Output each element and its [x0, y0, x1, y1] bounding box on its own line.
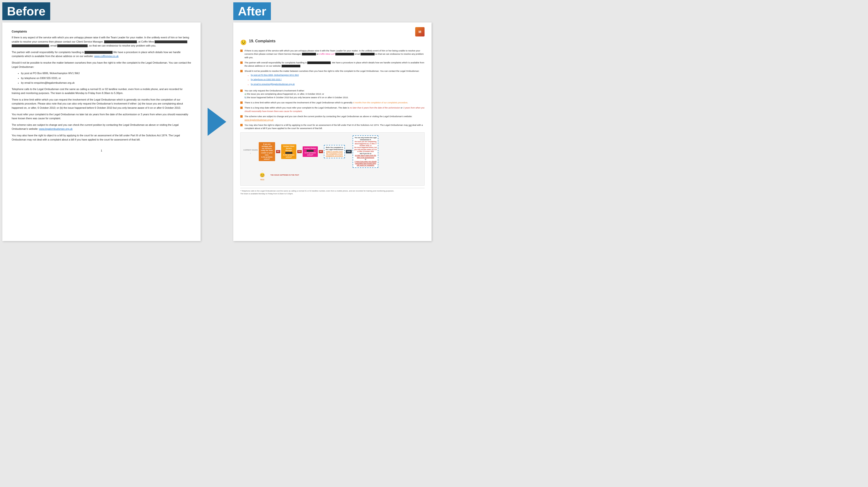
redacted-partner — [85, 51, 113, 54]
after-section-row: 😟 19. Complaints — [240, 38, 425, 46]
after-header: After — [233, 2, 432, 20]
time-limit-text: 6 months from the completion of our comp… — [353, 102, 407, 104]
sub-bullet-post: → by post at PO Box 6806, Wolverhampton … — [247, 74, 425, 78]
post-link: by post at PO Box 6806, Wolverhampton WV… — [251, 74, 299, 77]
footnote: * Telephone calls to the Legal Ombudsman… — [240, 188, 425, 195]
after-bullet-2: The partner with overall responsibility … — [240, 61, 425, 68]
before-header: Before — [2, 2, 200, 20]
after-panel: After M 😟 19. Complaints If there is any… — [231, 0, 434, 244]
after-bullet-text-8: You may also have the right to object to… — [245, 123, 425, 130]
after-bullet-text-4: You can only request the Ombudsman's inv… — [245, 89, 425, 99]
coffin-mew: Coffin Mew LLP — [319, 53, 335, 55]
email-link: by email to enquiries@legalombudsman.org… — [251, 83, 295, 86]
longstop-text: no later than 6 years from the date of t… — [350, 107, 400, 109]
before-para-8: You may also have the right to object to… — [12, 134, 191, 142]
after-bullet-8: You may also have the right to object to… — [240, 123, 425, 130]
past-label: THE ISSUE HAPPENED IN THE PAST — [271, 174, 299, 176]
after-document: M 😟 19. Complaints If there is any aspec… — [233, 23, 432, 241]
redacted-fc1 — [285, 152, 292, 154]
redacted-coffin-addr — [335, 53, 354, 55]
current-issues-label: CURRENT ISSUES — [243, 149, 258, 151]
after-title: After — [233, 2, 271, 20]
after-bullet-3: Should it not be possible to resolve the… — [240, 69, 425, 87]
after-bullet-4: You can only request the Ombudsman's inv… — [240, 89, 425, 99]
flow-box-1: If you are unhappy with our services, no… — [259, 142, 275, 161]
sad-face-icon: 😟 — [240, 38, 247, 46]
after-bullet-1: If there is any aspect of the service wi… — [240, 49, 425, 59]
within-6-months: within 6 months from the completion of o… — [326, 151, 343, 156]
before-para-6: You must refer your complaint to the Leg… — [12, 112, 191, 121]
before-para-4: Telephone calls to the Legal Ombudsman c… — [12, 87, 191, 95]
before-para-2: The partner with overall responsibility … — [12, 50, 191, 58]
current-issues-col: CURRENT ISSUES ↓ — [243, 149, 258, 154]
orange-bullet-6 — [240, 107, 243, 109]
after-bullet-text-6: There is a long-stop date within which y… — [245, 106, 425, 113]
flow-no-2: NO — [297, 150, 302, 153]
redacted-mgr — [302, 53, 316, 55]
arrow-divider — [203, 0, 231, 244]
before-para-7: The scheme rules are subject to change a… — [12, 123, 191, 131]
after-bullet-text-2: The partner with overall responsibility … — [245, 61, 425, 68]
bullet-email: by email to enquiries@legalombudsman.org… — [21, 81, 191, 85]
after-bullet-text-3: Should it not be possible to resolve the… — [245, 69, 425, 87]
before-document: Complaints If there is any aspect of the… — [2, 23, 200, 241]
redacted-addr-2 — [12, 45, 49, 47]
yes-col: ↓ 😊 YES! — [260, 169, 265, 181]
redacted-coffin-email — [361, 53, 375, 55]
arrow-bullet-phone: → — [247, 78, 249, 82]
flow-no-1: NO — [276, 150, 280, 153]
sub-bullet-email: → by email to enquiries@legalombudsman.o… — [247, 83, 425, 87]
yes-arrow: ↓ — [262, 169, 263, 172]
phone-link: by telephone on 0300 555 0333 * — [251, 78, 282, 81]
orange-bullet-5 — [240, 102, 243, 104]
after-bullet-text-5: There is a time limit within which you c… — [245, 101, 425, 105]
orange-bullet-8 — [240, 124, 243, 126]
flowchart: CURRENT ISSUES ↓ If you are unhappy with… — [240, 132, 425, 185]
flow-row-2: ↓ 😊 YES! THE ISSUE HAPPENED IN THE PAST — [260, 169, 422, 181]
orange-bullet-4 — [240, 90, 243, 92]
after-bullet-text-7: The scheme rules are subject to change a… — [245, 115, 425, 121]
before-para-1: If there is any aspect of the service wi… — [12, 35, 191, 48]
flow-no-3: NO — [319, 150, 323, 153]
redacted-fc2 — [307, 150, 314, 152]
orange-bullet-2 — [240, 61, 243, 64]
bullet-telephone: by telephone on 0300 555 0333, or — [21, 76, 191, 80]
redacted-addr-1 — [155, 40, 187, 43]
lgo-link-after[interactable]: www.legalombudsman.org.uk — [245, 118, 274, 121]
after-bullet-7: The scheme rules are subject to change a… — [240, 115, 425, 121]
flow-box-5: You can only involve the Legal Ombudsman… — [352, 135, 378, 168]
not-text: not — [408, 124, 411, 126]
current-issues-sublabel: ↓ — [250, 152, 251, 154]
arrow-bullet-email: → — [247, 83, 249, 87]
orange-bullet-7 — [240, 115, 243, 118]
redacted-name-1 — [104, 40, 137, 43]
before-bullet-list: by post at PO Box 6806, Wolverhampton WV… — [21, 71, 191, 85]
arrow-bullet-post: → — [247, 74, 249, 78]
redacted-email-1 — [57, 45, 88, 47]
lgo-link-before[interactable]: www.legalombudsman.org.uk — [39, 127, 73, 130]
after-bullet-text-1: If there is any aspect of the service wi… — [245, 49, 425, 59]
before-para-3: Should it not be possible to resolve the… — [12, 61, 191, 69]
before-para-5: There is a time limit within which you c… — [12, 98, 191, 110]
footnote-text: * Telephone calls to the Legal Ombudsman… — [240, 190, 425, 195]
before-title: Before — [2, 2, 50, 20]
after-section-title: 19. Complaints — [249, 38, 276, 44]
right-arrow-icon — [208, 108, 226, 136]
orange-bullet-1 — [240, 50, 243, 52]
page-number: 1 — [12, 149, 191, 153]
before-section-heading: Complaints — [12, 29, 191, 34]
redacted-website — [282, 65, 300, 67]
after-bullet-5: There is a time limit within which you c… — [240, 101, 425, 105]
flow-row-1: CURRENT ISSUES ↓ If you are unhappy with… — [243, 135, 422, 168]
coffinmew-link[interactable]: www.coffinmew.co.uk — [94, 55, 118, 58]
flow-box-2: Contact Client Service Manager Is the pr… — [281, 144, 296, 159]
flow-and: AND — [346, 150, 352, 153]
redacted-partner-after — [307, 61, 331, 64]
fc5-years2: 3 years from when you should reasonably … — [355, 161, 377, 166]
flow-box-4: Refer the complaint to the Legal Ombudsm… — [324, 145, 345, 158]
yes-label: YES! — [260, 178, 265, 181]
after-bullet-6: There is a long-stop date within which y… — [240, 106, 425, 113]
fc5-years: no later than 6 years from the date of t… — [355, 154, 376, 158]
sub-bullet-phone: → by telephone on 0300 555 0333 * — [247, 78, 425, 82]
before-panel: Before Complaints If there is any aspect… — [0, 0, 203, 244]
